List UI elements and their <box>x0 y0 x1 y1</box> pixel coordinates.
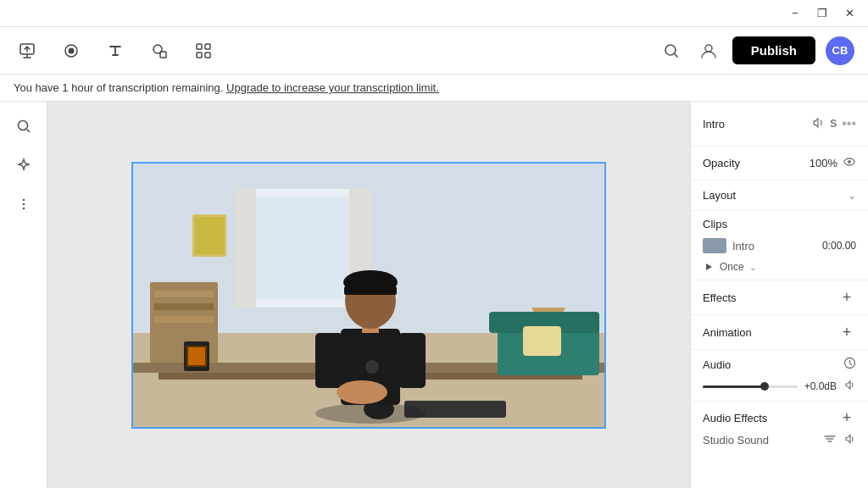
svg-rect-48 <box>315 333 342 388</box>
effects-section: Effects + <box>691 280 868 315</box>
animation-label: Animation <box>703 326 752 339</box>
once-chevron-icon: ⌄ <box>749 263 756 272</box>
clip-item: Intro 0:00.00 <box>691 234 868 258</box>
svg-rect-31 <box>154 291 214 297</box>
left-panel <box>0 102 47 488</box>
add-audio-effects-button[interactable]: + <box>837 408 856 427</box>
toolbar: Publish CB <box>0 27 868 75</box>
notification-text: You have 1 hour of transcription remaini… <box>14 81 223 94</box>
eye-icon[interactable] <box>843 155 856 171</box>
layout-row[interactable]: Layout ⌄ <box>703 189 856 202</box>
publish-button[interactable]: Publish <box>732 36 815 64</box>
svg-point-11 <box>18 121 27 130</box>
svg-rect-49 <box>398 333 426 388</box>
studio-sound-label: Studio Sound <box>703 434 769 446</box>
upgrade-link[interactable]: Upgrade to increase your transcription l… <box>226 81 439 94</box>
animation-section: Animation + <box>691 315 868 350</box>
title-bar: − ❐ ✕ <box>0 0 868 27</box>
layout-chevron-icon: ⌄ <box>848 190 856 202</box>
svg-rect-32 <box>154 303 214 310</box>
slider-thumb <box>760 382 769 391</box>
svg-rect-5 <box>197 44 202 49</box>
more-icon[interactable]: ••• <box>842 116 856 131</box>
svg-point-50 <box>337 380 387 404</box>
svg-rect-36 <box>188 347 205 365</box>
once-label: Once <box>720 261 744 273</box>
audio-slider-row: +0.0dB <box>703 379 856 394</box>
play-icon <box>703 261 715 273</box>
search-button[interactable] <box>658 37 685 64</box>
svg-point-53 <box>848 160 851 164</box>
svg-marker-54 <box>706 263 712 270</box>
clip-time: 0:00.00 <box>822 240 856 252</box>
restore-button[interactable]: ❐ <box>810 2 834 25</box>
audio-mute-icon[interactable] <box>843 379 856 394</box>
svg-point-14 <box>22 208 25 210</box>
svg-point-13 <box>22 203 25 206</box>
audio-effects-section: Audio Effects + Studio Sound <box>691 402 868 455</box>
clip-left: Intro <box>703 238 754 253</box>
audio-section: Audio +0.0dB <box>691 350 868 402</box>
magic-panel-icon[interactable] <box>9 151 38 180</box>
notification-bar: You have 1 hour of transcription remaini… <box>0 75 868 102</box>
svg-point-9 <box>665 45 676 55</box>
svg-rect-22 <box>195 217 224 254</box>
toolbar-left <box>14 37 658 64</box>
audio-effects-header: Audio Effects + <box>703 408 856 427</box>
shapes-icon[interactable] <box>146 37 173 64</box>
clips-header: Clips <box>691 211 868 234</box>
audio-header: Audio <box>703 357 856 372</box>
minimize-button[interactable]: − <box>783 2 807 25</box>
intro-row: Intro S ••• <box>703 110 856 137</box>
main-content: Intro S ••• Opacity 100% <box>0 102 868 488</box>
svg-point-10 <box>705 45 712 52</box>
opacity-section: Opacity 100% <box>691 147 868 180</box>
text-icon[interactable] <box>102 37 129 64</box>
search-panel-icon[interactable] <box>9 112 38 141</box>
svg-point-42 <box>315 403 426 424</box>
opacity-label: Opacity <box>703 157 740 169</box>
audio-label: Audio <box>703 358 731 371</box>
layout-label: Layout <box>703 189 736 202</box>
intro-label: Intro <box>703 118 725 130</box>
studio-sound-settings-icon[interactable] <box>823 432 837 448</box>
audio-effects-label: Audio Effects <box>703 412 767 424</box>
add-effects-button[interactable]: + <box>837 288 856 307</box>
record-icon[interactable] <box>58 37 85 64</box>
svg-rect-7 <box>197 53 202 58</box>
right-panel: Intro S ••• Opacity 100% <box>690 102 868 488</box>
video-container[interactable] <box>131 162 606 429</box>
toolbar-right: Publish CB <box>658 36 854 65</box>
intro-section: Intro S ••• <box>691 102 868 147</box>
svg-rect-6 <box>205 44 210 49</box>
upload-icon[interactable] <box>14 37 41 64</box>
clips-label: Clips <box>703 218 727 230</box>
studio-sound-row: Studio Sound <box>703 432 856 448</box>
slider-fill <box>703 385 765 388</box>
close-button[interactable]: ✕ <box>837 2 861 25</box>
svg-rect-33 <box>154 316 214 323</box>
layout-section[interactable]: Layout ⌄ <box>691 180 868 211</box>
svg-point-12 <box>22 199 25 202</box>
studio-sound-audio-icon[interactable] <box>843 433 856 448</box>
audio-slider[interactable] <box>703 385 798 388</box>
avatar[interactable]: CB <box>826 36 854 65</box>
add-animation-button[interactable]: + <box>837 323 856 341</box>
video-content <box>133 164 606 429</box>
opacity-value: 100% <box>810 157 837 169</box>
opacity-row: Opacity 100% <box>703 155 856 171</box>
once-row[interactable]: Once ⌄ <box>691 258 868 280</box>
account-button[interactable] <box>695 37 722 64</box>
intro-icons: S ••• <box>811 116 856 132</box>
more-panel-icon[interactable] <box>9 190 38 219</box>
audio-clock-icon[interactable] <box>843 357 856 372</box>
audio-icon[interactable] <box>811 116 825 132</box>
effects-label: Effects <box>703 291 737 304</box>
svg-point-51 <box>365 360 379 374</box>
svg-rect-19 <box>235 189 256 308</box>
svg-point-2 <box>69 47 75 53</box>
grid-icon[interactable] <box>190 37 217 64</box>
speed-label: S <box>830 118 837 130</box>
svg-rect-8 <box>205 53 210 58</box>
svg-rect-41 <box>523 326 561 356</box>
